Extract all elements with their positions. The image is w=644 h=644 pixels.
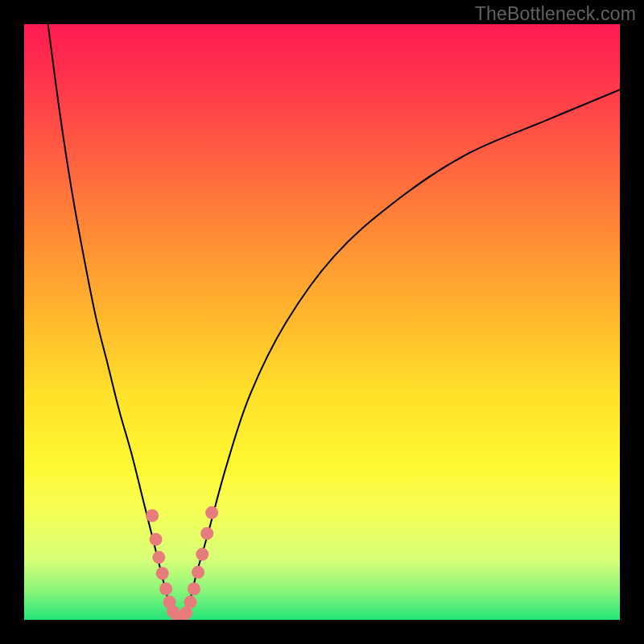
- chart-plot: [24, 24, 620, 620]
- marker-point: [152, 551, 165, 564]
- marker-point: [184, 596, 196, 609]
- chart-frame: TheBottleneck.com: [0, 0, 644, 644]
- marker-point: [192, 566, 204, 579]
- marker-point: [188, 583, 200, 596]
- marker-point: [156, 567, 169, 580]
- marker-point: [196, 548, 208, 561]
- marker-point: [146, 510, 159, 522]
- watermark-text: TheBottleneck.com: [475, 3, 636, 25]
- gradient-background: [24, 24, 620, 620]
- marker-point: [159, 583, 172, 596]
- marker-point: [150, 533, 163, 546]
- marker-point: [200, 527, 213, 540]
- marker-point: [205, 506, 218, 519]
